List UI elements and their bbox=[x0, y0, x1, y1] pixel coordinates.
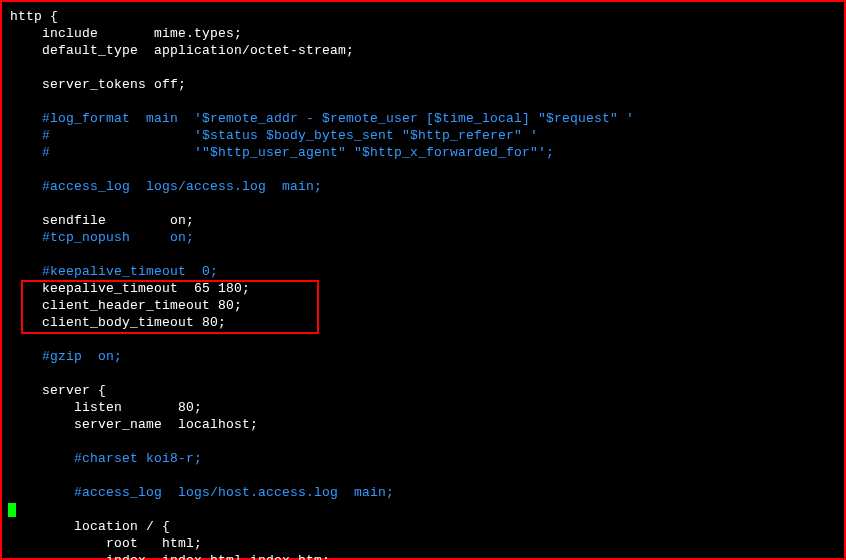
screenshot-frame: http { include mime.types; default_type … bbox=[0, 0, 846, 560]
comment-text: #access_log logs/host.access.log main; bbox=[10, 485, 394, 500]
comment-text: #charset koi8-r; bbox=[10, 451, 202, 466]
code-text: client_header_timeout 80; bbox=[10, 298, 242, 313]
code-line: location / { bbox=[10, 519, 170, 534]
comment-text: #tcp_nopush on; bbox=[10, 230, 194, 245]
code-line: #access_log logs/host.access.log main; bbox=[10, 485, 394, 500]
code-text: http { bbox=[10, 9, 58, 24]
code-line: #gzip on; bbox=[10, 349, 122, 364]
code-line: include mime.types; bbox=[10, 26, 242, 41]
code-line: #tcp_nopush on; bbox=[10, 230, 194, 245]
code-line: keepalive_timeout 65 180; bbox=[10, 281, 250, 296]
code-line: # '$status $body_bytes_sent "$http_refer… bbox=[10, 128, 538, 143]
comment-text: # '$status $body_bytes_sent "$http_refer… bbox=[10, 128, 538, 143]
code-line: #access_log logs/access.log main; bbox=[10, 179, 322, 194]
code-line: client_body_timeout 80; bbox=[10, 315, 226, 330]
code-line: default_type application/octet-stream; bbox=[10, 43, 354, 58]
code-line: client_header_timeout 80; bbox=[10, 298, 242, 313]
code-text: keepalive_timeout 65 180; bbox=[10, 281, 250, 296]
code-text: server_tokens off; bbox=[10, 77, 186, 92]
code-line: server { bbox=[10, 383, 106, 398]
code-line: server_name localhost; bbox=[10, 417, 258, 432]
code-text: root html; bbox=[10, 536, 202, 551]
code-text: include mime.types; bbox=[10, 26, 242, 41]
config-code-block: http { include mime.types; default_type … bbox=[2, 2, 844, 560]
code-line: server_tokens off; bbox=[10, 77, 186, 92]
code-text: index index.html index.htm; bbox=[10, 553, 330, 560]
code-line: sendfile on; bbox=[10, 213, 194, 228]
code-text: default_type application/octet-stream; bbox=[10, 43, 354, 58]
code-line: listen 80; bbox=[10, 400, 202, 415]
comment-text: # '"$http_user_agent" "$http_x_forwarded… bbox=[10, 145, 554, 160]
code-text: server_name localhost; bbox=[10, 417, 258, 432]
code-line: #keepalive_timeout 0; bbox=[10, 264, 218, 279]
code-text: listen 80; bbox=[10, 400, 202, 415]
code-line: #charset koi8-r; bbox=[10, 451, 202, 466]
code-line: http { bbox=[10, 9, 58, 24]
code-text: client_body_timeout 80; bbox=[10, 315, 226, 330]
code-line: root html; bbox=[10, 536, 202, 551]
editor-cursor bbox=[8, 503, 16, 517]
comment-text: #log_format main '$remote_addr - $remote… bbox=[10, 111, 634, 126]
comment-text: #access_log logs/access.log main; bbox=[10, 179, 322, 194]
code-text: server { bbox=[10, 383, 106, 398]
comment-text: #gzip on; bbox=[10, 349, 122, 364]
code-line: index index.html index.htm; bbox=[10, 553, 330, 560]
comment-text: #keepalive_timeout 0; bbox=[10, 264, 218, 279]
code-text: sendfile on; bbox=[10, 213, 194, 228]
code-text: location / { bbox=[10, 519, 170, 534]
code-line: #log_format main '$remote_addr - $remote… bbox=[10, 111, 634, 126]
code-line: # '"$http_user_agent" "$http_x_forwarded… bbox=[10, 145, 554, 160]
